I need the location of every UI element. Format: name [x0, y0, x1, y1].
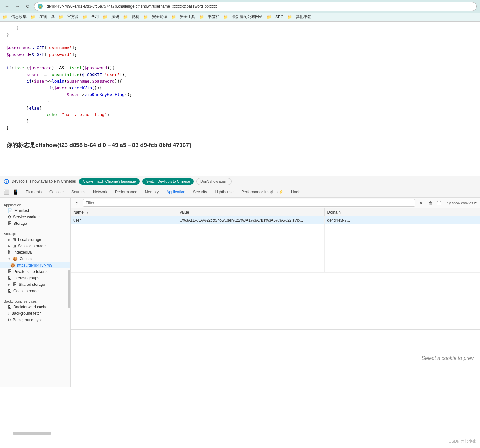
- tab-application[interactable]: Application: [163, 187, 189, 198]
- cookies-filter-input[interactable]: [83, 199, 415, 207]
- sidebar-scrollbar[interactable]: [68, 270, 70, 308]
- sidebar-item-private-state-tokens[interactable]: 🗄 Private state tokens: [0, 268, 70, 275]
- sidebar-item-service-workers-label: Service workers: [13, 215, 40, 219]
- sidebar-item-indexeddb[interactable]: 🗄 IndexedDB: [0, 249, 70, 256]
- back-forward-cache-icon: 🗄: [8, 305, 12, 309]
- private-state-icon: 🗄: [8, 269, 12, 274]
- bookmark-item[interactable]: 其他书签: [296, 14, 311, 20]
- cookies-url-icon: 🍪: [10, 263, 15, 268]
- refresh-cookies-button[interactable]: ↻: [73, 199, 80, 206]
- cookies-lower-panel: Select a cookie to prev: [71, 329, 480, 387]
- sidebar-item-cookies[interactable]: ▼ 🍪 Cookies: [0, 256, 70, 262]
- bookmark-item[interactable]: 安全工具: [180, 14, 195, 20]
- sidebar-item-session-storage-label: Session storage: [18, 244, 46, 248]
- sidebar-item-service-workers[interactable]: ⚙ Service workers: [0, 214, 70, 220]
- column-header-value[interactable]: Value: [177, 208, 324, 216]
- manifest-icon: 📄: [8, 208, 13, 213]
- bookmark-folder-icon: 📁: [199, 15, 204, 19]
- sidebar-item-session-storage[interactable]: ▶ ⊞ Session storage: [0, 243, 70, 249]
- sidebar-item-background-sync[interactable]: ↻ Background sync: [0, 317, 70, 323]
- code-line: if(isset($username) && isset($password))…: [6, 65, 474, 72]
- sidebar-item-interest-groups[interactable]: 🗄 Interest groups: [0, 275, 70, 281]
- code-line: if($user->checkVip()){: [6, 85, 474, 92]
- flag-display: 你的标志是ctfshow{f23 d858 b-64 d 0－49 a5－83 …: [6, 141, 474, 149]
- column-name-label: Name: [73, 210, 84, 215]
- tab-sources[interactable]: Sources: [67, 187, 89, 198]
- bookmark-item[interactable]: 最新漏洞公布网站: [232, 14, 263, 20]
- bookmark-item[interactable]: 靶机: [132, 14, 139, 20]
- tab-hack[interactable]: Hack: [287, 187, 304, 198]
- code-line: $password=$_GET['password'];: [6, 51, 474, 58]
- flag-text: 你的标志是ctfshow{f23 d858 b-64 d 0－49 a5－83 …: [6, 141, 474, 149]
- only-show-cookies-checkbox[interactable]: [437, 201, 441, 205]
- code-line: $username=$_GET['username'];: [6, 45, 474, 51]
- inspect-icon[interactable]: ⬜: [3, 188, 10, 196]
- toggle-icon: ▶: [8, 238, 11, 241]
- bookmark-item[interactable]: 源码: [111, 14, 119, 20]
- bookmark-item[interactable]: 安全论坛: [152, 14, 167, 20]
- sidebar-item-back-forward-cache[interactable]: 🗄 Back/forward cache: [0, 304, 70, 310]
- info-icon: i: [4, 179, 9, 184]
- empty-cell: [177, 224, 324, 273]
- empty-cell: [71, 224, 177, 273]
- sidebar-item-cache-storage[interactable]: 🗄 Cache storage: [0, 288, 70, 294]
- bookmark-item[interactable]: 在线工具: [39, 14, 55, 20]
- code-line: }: [6, 31, 474, 38]
- sidebar-storage-label: Storage: [0, 229, 70, 236]
- sidebar-item-manifest[interactable]: 📄 Manifest: [0, 207, 70, 214]
- devtools-notification-bar: i DevTools is now available in Chinese! …: [0, 176, 480, 187]
- tab-network[interactable]: Network: [89, 187, 111, 198]
- sidebar-item-background-fetch[interactable]: ↓ Background fetch: [0, 310, 70, 317]
- sidebar-item-cookies-url[interactable]: 🍪 https://de4d443f-789: [0, 262, 70, 268]
- devtools-tab-bar: ⬜ 📱 Elements Console Sources Network Per…: [0, 187, 480, 198]
- background-sync-icon: ↻: [8, 318, 11, 322]
- bookmark-item[interactable]: SRC: [275, 15, 283, 19]
- tab-security[interactable]: Security: [189, 187, 211, 198]
- device-icon[interactable]: 📱: [12, 188, 19, 196]
- bookmark-item[interactable]: 官方源: [67, 14, 79, 20]
- interest-groups-icon: 🗄: [8, 276, 12, 280]
- code-line: }: [6, 125, 474, 132]
- bookmark-item[interactable]: 书签栏: [208, 14, 219, 20]
- tab-elements[interactable]: Elements: [22, 187, 46, 198]
- dont-show-again-button[interactable]: Don't show again: [196, 178, 232, 185]
- reload-button[interactable]: ↻: [24, 3, 31, 10]
- storage-icon: 🗄: [8, 221, 12, 226]
- bookmarks-bar: 📁 信息收集 📁 在线工具 📁 官方源 📁 学习 📁 源码 📁 靶机 📁 安全论…: [0, 13, 480, 21]
- cookies-table: Name ▼ Value Domain user O%3A: [71, 208, 480, 329]
- forward-button[interactable]: →: [13, 3, 21, 10]
- sidebar-item-storage[interactable]: 🗄 Storage: [0, 220, 70, 227]
- delete-cookies-button[interactable]: 🗑: [427, 199, 434, 206]
- sidebar-item-cookies-label: Cookies: [20, 257, 33, 261]
- back-button[interactable]: ←: [3, 3, 11, 10]
- tab-performance[interactable]: Performance: [111, 187, 141, 198]
- tab-lighthouse[interactable]: Lighthouse: [211, 187, 237, 198]
- cookie-domain-cell: de4d443f-7...: [324, 216, 480, 224]
- bookmark-item[interactable]: 学习: [91, 14, 99, 20]
- tab-console[interactable]: Console: [46, 187, 67, 198]
- tab-memory[interactable]: Memory: [141, 187, 163, 198]
- notify-message: DevTools is now available in Chinese!: [12, 179, 76, 184]
- bookmark-folder-icon: 📁: [267, 15, 271, 19]
- code-line: }else{: [6, 105, 474, 112]
- column-header-name[interactable]: Name ▼: [71, 208, 177, 216]
- sidebar-item-shared-storage[interactable]: ▶ 🗄 Shared storage: [0, 281, 70, 288]
- always-match-language-button[interactable]: Always match Chrome's language: [79, 178, 140, 185]
- bookmark-folder-icon: 📁: [3, 15, 7, 19]
- switch-to-chinese-button[interactable]: Switch DevTools to Chinese: [142, 178, 194, 185]
- clear-filter-button[interactable]: ✕: [418, 199, 425, 206]
- indexeddb-icon: 🗄: [8, 250, 12, 255]
- code-line: $user = unserialize($_COOKIE['user']);: [6, 72, 474, 78]
- bookmark-item[interactable]: 信息收集: [11, 14, 27, 20]
- sidebar-item-shared-storage-label: Shared storage: [19, 282, 45, 287]
- tab-performance-insights[interactable]: Performance insights ⚡: [237, 187, 287, 198]
- sidebar-item-local-storage[interactable]: ▶ ⊞ Local storage: [0, 236, 70, 243]
- table-row[interactable]: user O%3A11%3A%22ctfShowUser%22%3A1%3A7B…: [71, 216, 480, 224]
- column-header-domain[interactable]: Domain: [324, 208, 480, 216]
- horizontal-scrollbar[interactable]: [13, 432, 51, 435]
- bookmark-folder-icon: 📁: [171, 15, 176, 19]
- address-bar-url[interactable]: de4d443f-7890-47d1-afd3-8fc6a7574a7b.cha…: [47, 4, 217, 9]
- sidebar-item-cache-storage-label: Cache storage: [13, 289, 39, 293]
- session-storage-icon: ⊞: [13, 244, 16, 248]
- code-line: echo "no vip,no flag";: [6, 111, 474, 118]
